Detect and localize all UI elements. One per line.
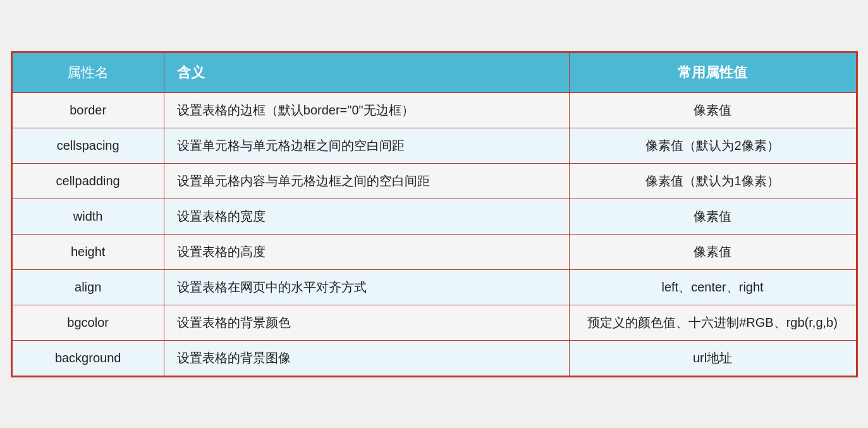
cell-meaning: 设置表格的背景图像 [164,340,569,376]
attributes-table: 属性名 含义 常用属性值 border设置表格的边框（默认border="0"无… [12,52,857,376]
cell-meaning: 设置表格的宽度 [164,199,569,234]
table-row: height设置表格的高度像素值 [12,234,856,269]
cell-meaning: 设置单元格内容与单元格边框之间的空白间距 [164,163,569,199]
cell-values: 像素值 [569,234,856,269]
cell-attr: border [12,92,164,128]
cell-values: 像素值（默认为1像素） [569,163,856,199]
cell-values: left、center、right [569,269,856,305]
cell-meaning: 设置单元格与单元格边框之间的空白间距 [164,128,569,163]
cell-meaning: 设置表格在网页中的水平对齐方式 [164,269,569,305]
cell-values: 像素值 [569,92,856,128]
table-row: cellspacing设置单元格与单元格边框之间的空白间距像素值（默认为2像素） [12,128,856,163]
cell-values: 预定义的颜色值、十六进制#RGB、rgb(r,g,b) [569,305,856,340]
cell-attr: background [12,340,164,376]
cell-attr: align [12,269,164,305]
cell-values: 像素值 [569,199,856,234]
cell-meaning: 设置表格的背景颜色 [164,305,569,340]
cell-attr: bgcolor [12,305,164,340]
cell-values: url地址 [569,340,856,376]
cell-values: 像素值（默认为2像素） [569,128,856,163]
table-row: cellpadding设置单元格内容与单元格边框之间的空白间距像素值（默认为1像… [12,163,856,199]
cell-attr: width [12,199,164,234]
cell-meaning: 设置表格的边框（默认border="0"无边框） [164,92,569,128]
table-header-row: 属性名 含义 常用属性值 [12,52,856,92]
cell-attr: cellspacing [12,128,164,163]
table-row: bgcolor设置表格的背景颜色预定义的颜色值、十六进制#RGB、rgb(r,g… [12,305,856,340]
header-values: 常用属性值 [569,52,856,92]
table-row: width设置表格的宽度像素值 [12,199,856,234]
cell-attr: height [12,234,164,269]
table-row: background设置表格的背景图像url地址 [12,340,856,376]
table-container: 属性名 含义 常用属性值 border设置表格的边框（默认border="0"无… [11,51,858,377]
cell-meaning: 设置表格的高度 [164,234,569,269]
table-row: align设置表格在网页中的水平对齐方式left、center、right [12,269,856,305]
table-row: border设置表格的边框（默认border="0"无边框）像素值 [12,92,856,128]
header-meaning: 含义 [164,52,569,92]
cell-attr: cellpadding [12,163,164,199]
header-attr: 属性名 [12,52,164,92]
